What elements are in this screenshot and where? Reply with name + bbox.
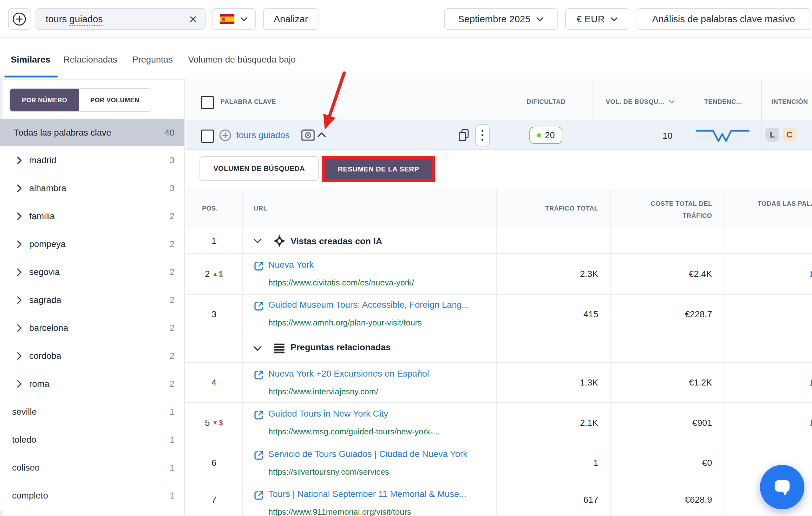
serp-header-bottom-border [185,227,812,227]
chevron-right-icon [17,268,22,276]
intent-column-header[interactable]: INTENCIÓN [772,97,808,106]
result-title-link[interactable]: Nueva York [268,259,314,271]
result-title-link[interactable]: Guided Museum Tours: Accessible, Foreign… [268,298,469,311]
external-link-icon[interactable] [254,450,264,460]
country-selector[interactable] [212,8,256,30]
cost-value: €0 [617,443,712,483]
row-border [185,334,812,334]
serp-position: 3 [185,295,242,334]
clear-search-icon[interactable]: ✕ [189,13,197,25]
keyword-research-app: tours guiados ✕ Analizar Septiembre 2025… [0,0,812,516]
expand-chevron-down-icon[interactable] [253,238,262,244]
serp-header-bg [185,189,812,227]
sidebar-item-completo[interactable]: completo 1 [0,482,184,510]
serp-position: 5 ▼3 [185,403,242,443]
subtab-search-volume[interactable]: VOLUMEN DE BÚSQUEDA [200,156,319,181]
annotation-red-box: RESUMEN DE LA SERP [322,156,435,182]
sidebar-item-madrid[interactable]: madrid 3 [0,146,184,174]
active-tab-underline [4,76,58,78]
add-keyword-button[interactable] [8,8,30,30]
collapse-chevron-up-icon[interactable] [317,132,326,137]
select-all-checkbox[interactable] [201,96,214,109]
copy-icon[interactable] [458,128,470,142]
kebab-menu-button[interactable] [475,124,490,146]
result-title-link[interactable]: Tours | National September 11 Memorial &… [268,488,467,500]
keyword-row-checkbox[interactable] [201,130,214,143]
toggle-by-number[interactable]: POR NÚMERO [10,89,79,111]
sort-chevron-icon[interactable] [669,100,675,104]
chevron-right-icon [17,380,22,388]
trend-column-header[interactable]: TENDENC... [704,97,742,106]
add-to-list-icon[interactable] [219,129,232,142]
sidebar-item-seville[interactable]: seville 1 [0,398,184,426]
volume-column-header[interactable]: VOL. DE BÚSQU... [606,97,675,106]
toggle-by-volume[interactable]: POR VOLUMEN [79,89,151,111]
sidebar-item-segovia[interactable]: segovia 2 [0,258,184,286]
difficulty-badge: 20 [529,127,562,144]
date-selector[interactable]: Septiembre 2025 [444,8,558,30]
analyze-button[interactable]: Analizar [263,8,318,30]
currency-selector[interactable]: € EUR [565,8,629,30]
tab-preguntas[interactable]: Preguntas [132,54,173,65]
search-value: tours guiados [46,13,103,24]
sidebar-item-coliseo[interactable]: coliseo 1 [0,454,184,482]
sidebar-item-all-keywords[interactable]: Todas las palabras clave 40 [0,119,184,146]
chevron-right-icon [17,212,22,220]
cost-value: €228.7 [617,295,712,334]
subtab-serp-overview[interactable]: RESUMEN DE LA SERP [325,159,432,179]
external-link-icon[interactable] [254,410,264,420]
external-link-icon[interactable] [254,370,264,380]
spain-flag-icon [220,14,234,24]
result-title-link[interactable]: Guided Tours in New York City [268,407,388,420]
serp-preview-icon[interactable] [301,129,315,141]
intent-badge-l: L [765,128,779,142]
difficulty-column-header[interactable]: DIFICULTAD [499,97,593,106]
row-border [185,294,812,295]
sidebar-item-pompeya[interactable]: pompeya 2 [0,230,184,258]
serp-position: 6 [185,443,242,483]
chevron-down-icon [536,17,544,22]
result-title-link[interactable]: Servicio de Tours Guiados | Ciudad de Nu… [268,448,467,460]
traffic-value: 1.3K [503,363,598,402]
traffic-value: 1 [503,443,598,483]
external-link-icon[interactable] [254,301,264,311]
sort-toggle: POR NÚMERO POR VOLUMEN [9,88,151,112]
tab-relacionadas[interactable]: Relacionadas [63,54,117,65]
chevron-right-icon [17,240,22,248]
serp-position: 7 [185,483,242,516]
row-border [185,253,812,254]
column-divider [689,79,689,150]
chevron-right-icon [17,156,22,164]
result-title-link[interactable]: Nueva York +20 Excursiones en Español [268,368,429,380]
intent-badge-c: C [783,128,796,142]
rank-up-indicator: ▲1 [212,270,223,278]
search-input[interactable]: tours guiados ✕ [35,8,206,30]
tab-volumen-bajo[interactable]: Volumen de búsqueda bajo [188,54,296,65]
result-url: https://www.911memorial.org/visit/tours [268,506,411,516]
sidebar-item-roma[interactable]: roma 2 [0,370,184,398]
cost-value: €1.2K [617,363,712,402]
cost-value: €628.9 [617,483,712,516]
row-border [185,483,812,483]
chat-widget-button[interactable] [760,465,804,509]
clipped-keyword-count: 1 [809,418,812,428]
keyword-row-bottom-border [185,149,812,150]
external-link-icon[interactable] [254,490,264,500]
tab-similares[interactable]: Similares [11,54,51,65]
traffic-value: 415 [503,295,598,334]
sidebar-item-familia[interactable]: familia 2 [0,202,184,230]
pos-column-header: POS. [202,204,218,213]
bulk-analysis-button[interactable]: Análisis de palabras clave masivo [637,8,810,30]
expand-chevron-down-icon[interactable] [253,346,262,352]
sidebar-item-toledo[interactable]: toledo 1 [0,426,184,454]
keyword-link[interactable]: tours guiados [236,130,290,140]
ai-views-section-label: Vistas creadas con IA [291,236,382,246]
related-questions-section-label: Preguntas relacionadas [291,342,391,352]
column-divider [496,189,497,516]
external-link-icon[interactable] [254,261,264,271]
sidebar-item-barcelona[interactable]: barcelona 2 [0,314,184,342]
sidebar-item-sagrada[interactable]: sagrada 2 [0,286,184,314]
sidebar-item-cordoba[interactable]: cordoba 2 [0,342,184,370]
row-border [185,362,812,363]
sidebar-item-alhambra[interactable]: alhambra 3 [0,174,184,202]
